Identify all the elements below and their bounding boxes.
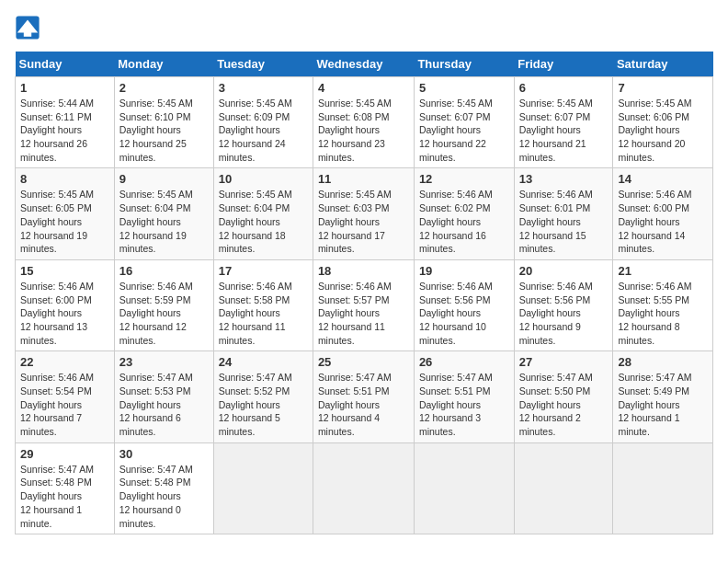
day-info: Sunrise: 5:47 AMSunset: 5:53 PMDaylight … (119, 371, 209, 438)
svg-rect-2 (24, 29, 31, 36)
calendar-cell: 16 Sunrise: 5:46 AMSunset: 5:59 PMDaylig… (114, 259, 213, 350)
calendar-week-5: 29 Sunrise: 5:47 AMSunset: 5:48 PMDaylig… (16, 442, 713, 534)
calendar-table: Sunday Monday Tuesday Wednesday Thursday… (15, 52, 713, 534)
day-info: Sunrise: 5:45 AMSunset: 6:05 PMDaylight … (20, 188, 109, 255)
day-number: 2 (119, 81, 209, 95)
calendar-body: 1 Sunrise: 5:44 AMSunset: 6:11 PMDayligh… (16, 77, 713, 534)
col-saturday: Saturday (613, 52, 713, 77)
day-info: Sunrise: 5:47 AMSunset: 5:52 PMDaylight … (219, 371, 308, 438)
day-number: 19 (419, 264, 509, 278)
calendar-week-4: 22 Sunrise: 5:46 AMSunset: 5:54 PMDaylig… (16, 351, 713, 442)
page-header (15, 15, 713, 40)
calendar-cell: 28 Sunrise: 5:47 AMSunset: 5:49 PMDaylig… (613, 351, 713, 442)
logo (15, 15, 44, 40)
day-info: Sunrise: 5:46 AMSunset: 5:58 PMDaylight … (219, 280, 308, 347)
day-number: 6 (519, 81, 609, 95)
calendar-cell (514, 442, 613, 534)
day-info: Sunrise: 5:47 AMSunset: 5:51 PMDaylight … (419, 371, 509, 438)
day-number: 14 (618, 172, 708, 186)
day-info: Sunrise: 5:45 AMSunset: 6:07 PMDaylight … (419, 97, 509, 164)
day-number: 29 (20, 447, 109, 461)
calendar-cell (613, 442, 713, 534)
calendar-cell: 17 Sunrise: 5:46 AMSunset: 5:58 PMDaylig… (213, 259, 313, 350)
day-info: Sunrise: 5:46 AMSunset: 6:01 PMDaylight … (519, 188, 609, 255)
calendar-cell: 10 Sunrise: 5:45 AMSunset: 6:04 PMDaylig… (213, 168, 313, 259)
day-number: 12 (419, 172, 509, 186)
day-number: 20 (519, 264, 609, 278)
day-info: Sunrise: 5:45 AMSunset: 6:07 PMDaylight … (519, 97, 609, 164)
calendar-cell: 3 Sunrise: 5:45 AMSunset: 6:09 PMDayligh… (213, 77, 313, 168)
day-info: Sunrise: 5:46 AMSunset: 5:54 PMDaylight … (20, 371, 109, 438)
calendar-cell: 9 Sunrise: 5:45 AMSunset: 6:04 PMDayligh… (114, 168, 213, 259)
day-info: Sunrise: 5:45 AMSunset: 6:06 PMDaylight … (618, 97, 708, 164)
calendar-cell: 25 Sunrise: 5:47 AMSunset: 5:51 PMDaylig… (313, 351, 414, 442)
calendar-cell: 27 Sunrise: 5:47 AMSunset: 5:50 PMDaylig… (514, 351, 613, 442)
calendar-week-1: 1 Sunrise: 5:44 AMSunset: 6:11 PMDayligh… (16, 77, 713, 168)
calendar-cell: 11 Sunrise: 5:45 AMSunset: 6:03 PMDaylig… (313, 168, 414, 259)
day-info: Sunrise: 5:45 AMSunset: 6:04 PMDaylight … (219, 188, 308, 255)
calendar-cell: 6 Sunrise: 5:45 AMSunset: 6:07 PMDayligh… (514, 77, 613, 168)
day-info: Sunrise: 5:46 AMSunset: 6:02 PMDaylight … (419, 188, 509, 255)
day-number: 22 (20, 355, 109, 369)
col-monday: Monday (114, 52, 213, 77)
calendar-cell: 18 Sunrise: 5:46 AMSunset: 5:57 PMDaylig… (313, 259, 414, 350)
col-friday: Friday (514, 52, 613, 77)
day-info: Sunrise: 5:47 AMSunset: 5:49 PMDaylight … (618, 371, 708, 438)
col-thursday: Thursday (414, 52, 514, 77)
calendar-cell: 7 Sunrise: 5:45 AMSunset: 6:06 PMDayligh… (613, 77, 713, 168)
day-info: Sunrise: 5:47 AMSunset: 5:51 PMDaylight … (318, 371, 409, 438)
day-number: 13 (519, 172, 609, 186)
calendar-cell: 20 Sunrise: 5:46 AMSunset: 5:56 PMDaylig… (514, 259, 613, 350)
day-info: Sunrise: 5:45 AMSunset: 6:03 PMDaylight … (318, 188, 409, 255)
day-number: 15 (20, 264, 109, 278)
calendar-cell: 22 Sunrise: 5:46 AMSunset: 5:54 PMDaylig… (16, 351, 115, 442)
calendar-week-3: 15 Sunrise: 5:46 AMSunset: 6:00 PMDaylig… (16, 259, 713, 350)
day-info: Sunrise: 5:45 AMSunset: 6:09 PMDaylight … (219, 97, 308, 164)
header-row: Sunday Monday Tuesday Wednesday Thursday… (16, 52, 713, 77)
logo-icon (15, 15, 40, 40)
calendar-cell: 2 Sunrise: 5:45 AMSunset: 6:10 PMDayligh… (114, 77, 213, 168)
col-tuesday: Tuesday (213, 52, 313, 77)
day-number: 27 (519, 355, 609, 369)
day-number: 5 (419, 81, 509, 95)
calendar-cell: 5 Sunrise: 5:45 AMSunset: 6:07 PMDayligh… (414, 77, 514, 168)
calendar-cell: 12 Sunrise: 5:46 AMSunset: 6:02 PMDaylig… (414, 168, 514, 259)
calendar-header: Sunday Monday Tuesday Wednesday Thursday… (16, 52, 713, 77)
day-number: 25 (318, 355, 409, 369)
day-info: Sunrise: 5:46 AMSunset: 5:57 PMDaylight … (318, 280, 409, 347)
day-number: 16 (119, 264, 209, 278)
calendar-cell: 21 Sunrise: 5:46 AMSunset: 5:55 PMDaylig… (613, 259, 713, 350)
day-number: 1 (20, 81, 109, 95)
day-number: 30 (119, 447, 209, 461)
day-number: 26 (419, 355, 509, 369)
day-number: 10 (219, 172, 308, 186)
day-number: 9 (119, 172, 209, 186)
day-number: 3 (219, 81, 308, 95)
day-info: Sunrise: 5:45 AMSunset: 6:08 PMDaylight … (318, 97, 409, 164)
col-sunday: Sunday (16, 52, 115, 77)
calendar-cell: 13 Sunrise: 5:46 AMSunset: 6:01 PMDaylig… (514, 168, 613, 259)
day-number: 8 (20, 172, 109, 186)
calendar-cell: 8 Sunrise: 5:45 AMSunset: 6:05 PMDayligh… (16, 168, 115, 259)
day-number: 17 (219, 264, 308, 278)
day-info: Sunrise: 5:46 AMSunset: 5:56 PMDaylight … (419, 280, 509, 347)
day-number: 11 (318, 172, 409, 186)
calendar-cell: 1 Sunrise: 5:44 AMSunset: 6:11 PMDayligh… (16, 77, 115, 168)
day-info: Sunrise: 5:45 AMSunset: 6:10 PMDaylight … (119, 97, 209, 164)
day-number: 7 (618, 81, 708, 95)
calendar-cell (213, 442, 313, 534)
day-info: Sunrise: 5:46 AMSunset: 5:55 PMDaylight … (618, 280, 708, 347)
day-info: Sunrise: 5:44 AMSunset: 6:11 PMDaylight … (20, 97, 109, 164)
day-number: 18 (318, 264, 409, 278)
day-number: 28 (618, 355, 708, 369)
calendar-cell: 26 Sunrise: 5:47 AMSunset: 5:51 PMDaylig… (414, 351, 514, 442)
day-info: Sunrise: 5:46 AMSunset: 5:56 PMDaylight … (519, 280, 609, 347)
col-wednesday: Wednesday (313, 52, 414, 77)
calendar-cell (313, 442, 414, 534)
day-info: Sunrise: 5:47 AMSunset: 5:48 PMDaylight … (20, 463, 109, 530)
day-info: Sunrise: 5:46 AMSunset: 5:59 PMDaylight … (119, 280, 209, 347)
day-number: 23 (119, 355, 209, 369)
calendar-cell: 4 Sunrise: 5:45 AMSunset: 6:08 PMDayligh… (313, 77, 414, 168)
calendar-cell: 30 Sunrise: 5:47 AMSunset: 5:48 PMDaylig… (114, 442, 213, 534)
day-info: Sunrise: 5:47 AMSunset: 5:48 PMDaylight … (119, 463, 209, 530)
